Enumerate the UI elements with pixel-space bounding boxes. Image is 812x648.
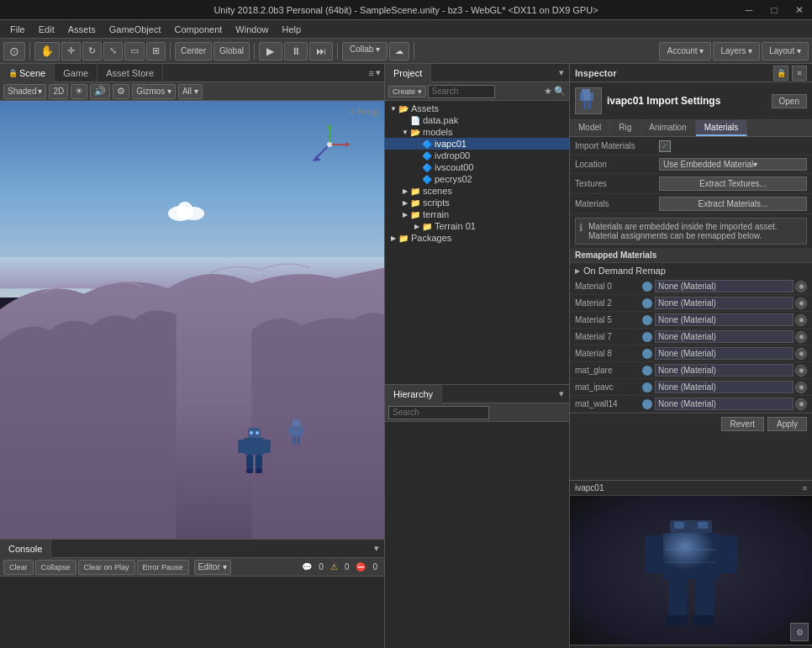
rotate-tool-button[interactable]: ↻ bbox=[82, 42, 102, 61]
mat-value-3[interactable]: None (Material) bbox=[655, 330, 794, 343]
project-search-input[interactable] bbox=[428, 85, 495, 98]
mat-picker-0[interactable]: ◉ bbox=[795, 281, 807, 292]
tab-rig[interactable]: Rig bbox=[610, 120, 641, 136]
menu-file[interactable]: File bbox=[3, 23, 32, 36]
on-demand-remap[interactable]: ▶ On Demand Remap bbox=[570, 263, 812, 278]
tree-item-ivscout00[interactable]: 🔷ivscout00 bbox=[385, 161, 569, 173]
tree-item-terrain[interactable]: ▶📁terrain bbox=[385, 208, 569, 220]
location-dropdown[interactable]: Use Embedded Material▾ bbox=[659, 158, 807, 171]
hierarchy-search-input[interactable] bbox=[388, 406, 489, 419]
create-button[interactable]: Create ▾ bbox=[388, 86, 426, 97]
inspector-content: ivapc01 Import Settings Open Model Rig A… bbox=[570, 82, 812, 480]
all-dropdown[interactable]: All ▾ bbox=[178, 84, 203, 99]
cloud-button[interactable]: ☁ bbox=[389, 42, 409, 61]
tree-item-scripts[interactable]: ▶📁scripts bbox=[385, 197, 569, 208]
effects-button[interactable]: ⚙ bbox=[113, 84, 129, 99]
clear-on-play-button[interactable]: Clear on Play bbox=[78, 560, 135, 575]
menu-edit[interactable]: Edit bbox=[32, 23, 61, 36]
preview-menu[interactable]: ≡ bbox=[803, 484, 807, 493]
scene-viewport[interactable]: ≡ Persp bbox=[0, 101, 384, 539]
mat-picker-5[interactable]: ◉ bbox=[795, 365, 807, 377]
center-button[interactable]: Center bbox=[175, 42, 212, 61]
menu-window[interactable]: Window bbox=[229, 23, 275, 36]
move-tool-button[interactable]: ✛ bbox=[61, 42, 81, 61]
mat-picker-6[interactable]: ◉ bbox=[795, 382, 807, 393]
account-button[interactable]: Account ▾ bbox=[659, 42, 711, 61]
close-button[interactable]: ✕ bbox=[787, 0, 812, 20]
inspector-menu-button[interactable]: ≡ bbox=[792, 66, 807, 81]
collapse-button[interactable]: Collapse bbox=[35, 560, 76, 575]
tree-item-assets[interactable]: ▼📂Assets bbox=[385, 103, 569, 114]
step-button[interactable]: ⏭ bbox=[309, 42, 333, 61]
tree-item-packages[interactable]: ▶📁Packages bbox=[385, 232, 569, 244]
clear-button[interactable]: Clear bbox=[3, 560, 34, 575]
menu-component[interactable]: Component bbox=[167, 23, 229, 36]
mat-picker-2[interactable]: ◉ bbox=[795, 314, 807, 326]
2d-button[interactable]: 2D bbox=[49, 84, 68, 99]
tree-item-scenes[interactable]: ▶📁scenes bbox=[385, 185, 569, 197]
tab-game[interactable]: Game bbox=[55, 64, 98, 82]
tab-model[interactable]: Model bbox=[570, 120, 610, 136]
tree-item-data_pak[interactable]: 📄data.pak bbox=[385, 114, 569, 126]
lighting-button[interactable]: ☀ bbox=[71, 84, 87, 99]
collab-button[interactable]: Collab ▾ bbox=[342, 42, 388, 61]
menu-help[interactable]: Help bbox=[275, 23, 308, 36]
menu-assets[interactable]: Assets bbox=[61, 23, 103, 36]
preview-3d-viewport[interactable] bbox=[570, 496, 812, 645]
scale-tool-button[interactable]: ⤡ bbox=[103, 42, 123, 61]
import-materials-checkbox[interactable]: ✓ bbox=[659, 140, 671, 152]
layers-button[interactable]: Layers ▾ bbox=[713, 42, 760, 61]
shaded-dropdown[interactable]: Shaded ▾ bbox=[3, 84, 46, 99]
mat-value-4[interactable]: None (Material) bbox=[655, 347, 794, 360]
global-button[interactable]: Global bbox=[214, 42, 250, 61]
tab-hierarchy[interactable]: Hierarchy bbox=[385, 385, 442, 403]
mat-value-6[interactable]: None (Material) bbox=[655, 381, 794, 393]
maximize-button[interactable]: □ bbox=[762, 0, 787, 20]
console-panel-controls: ▾ bbox=[374, 543, 384, 554]
tree-item-terrain01[interactable]: ▶📁Terrain 01 bbox=[385, 220, 569, 232]
tab-animation[interactable]: Animation bbox=[641, 120, 695, 136]
search-icon[interactable]: 🔍 bbox=[554, 86, 566, 97]
mat-picker-3[interactable]: ◉ bbox=[795, 331, 807, 343]
mat-picker-1[interactable]: ◉ bbox=[795, 298, 807, 309]
tree-item-models[interactable]: ▼📂models bbox=[385, 126, 569, 138]
extract-textures-button[interactable]: Extract Textures... bbox=[659, 176, 807, 191]
favorite-icon[interactable]: ★ bbox=[544, 86, 552, 97]
multi-tool-button[interactable]: ⊞ bbox=[146, 42, 166, 61]
pause-button[interactable]: ⏸ bbox=[284, 42, 308, 61]
audio-button[interactable]: 🔊 bbox=[90, 84, 110, 99]
tab-asset-store[interactable]: Asset Store bbox=[98, 64, 163, 82]
gizmos-dropdown[interactable]: Gizmos ▾ bbox=[132, 84, 176, 99]
menu-gameobject[interactable]: GameObject bbox=[103, 23, 168, 36]
mat-value-1[interactable]: None (Material) bbox=[655, 297, 794, 309]
tree-item-ivdrop00[interactable]: 🔷ivdrop00 bbox=[385, 150, 569, 161]
mat-value-0[interactable]: None (Material) bbox=[655, 280, 794, 292]
extract-materials-button[interactable]: Extract Materials... bbox=[659, 197, 807, 211]
mat-circle-4 bbox=[642, 349, 652, 359]
apply-button[interactable]: Apply bbox=[767, 417, 807, 431]
tab-project[interactable]: Project bbox=[385, 64, 431, 82]
open-button[interactable]: Open bbox=[772, 94, 807, 108]
revert-button[interactable]: Revert bbox=[721, 417, 764, 431]
tab-materials[interactable]: Materials bbox=[696, 120, 748, 136]
preview-settings-button[interactable]: ⚙ bbox=[790, 623, 809, 641]
mat-picker-7[interactable]: ◉ bbox=[795, 398, 807, 410]
lock-button[interactable]: 🔒 bbox=[773, 66, 788, 81]
unity-logo-button[interactable]: ⊙ bbox=[3, 42, 25, 61]
mat-value-2[interactable]: None (Material) bbox=[655, 313, 794, 326]
editor-dropdown[interactable]: Editor ▾ bbox=[194, 560, 231, 575]
minimize-button[interactable]: ─ bbox=[736, 0, 762, 20]
layout-button[interactable]: Layout ▾ bbox=[762, 42, 809, 61]
tab-console[interactable]: Console bbox=[0, 540, 51, 558]
mat-value-5[interactable]: None (Material) bbox=[655, 364, 794, 377]
mat-value-7[interactable]: None (Material) bbox=[655, 398, 794, 410]
tree-item-pecrys02[interactable]: 🔷pecrys02 bbox=[385, 173, 569, 185]
tree-item-ivapc01[interactable]: 🔷ivapc01 bbox=[385, 138, 569, 150]
tab-scene[interactable]: 🔒 Scene bbox=[0, 64, 55, 82]
error-pause-button[interactable]: Error Pause bbox=[137, 560, 189, 575]
hand-tool-button[interactable]: ✋ bbox=[34, 42, 60, 61]
mat-picker-4[interactable]: ◉ bbox=[795, 348, 807, 360]
play-button[interactable]: ▶ bbox=[259, 42, 282, 61]
rect-tool-button[interactable]: ▭ bbox=[124, 42, 145, 61]
model-icon-ivdrop00: 🔷 bbox=[422, 151, 432, 161]
